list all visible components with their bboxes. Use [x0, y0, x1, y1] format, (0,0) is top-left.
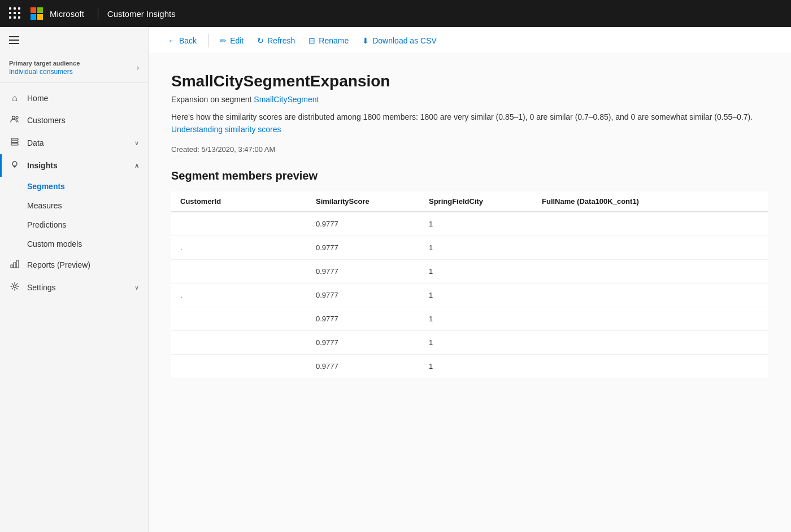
- download-icon: ⬇: [362, 36, 369, 45]
- brand-name: Microsoft: [50, 9, 84, 19]
- svg-point-1: [16, 116, 18, 119]
- sidebar-nav: ⌂ Home Customers: [0, 83, 148, 532]
- app-launcher-icon[interactable]: [9, 7, 21, 20]
- col-header-city: SpringFieldCity: [420, 191, 533, 212]
- cell-city: 1: [420, 307, 533, 330]
- main-layout: Primary target audience Individual consu…: [0, 27, 791, 532]
- audience-selector[interactable]: Primary target audience Individual consu…: [0, 53, 148, 83]
- svg-rect-8: [16, 260, 19, 268]
- cell-customerid: .: [171, 236, 307, 259]
- expansion-subtitle: Expansion on segment SmallCitySegment: [171, 95, 768, 104]
- sidebar-item-data[interactable]: Data ∨: [0, 132, 148, 154]
- similarity-scores-link[interactable]: Understanding similarity scores: [171, 125, 281, 134]
- cell-score: 0.9777: [307, 259, 420, 283]
- expansion-segment-link[interactable]: SmallCitySegment: [254, 95, 319, 104]
- cell-score: 0.9777: [307, 307, 420, 330]
- sidebar-item-insights[interactable]: Insights ∧: [0, 154, 148, 177]
- settings-icon: [9, 282, 20, 293]
- sidebar-item-predictions[interactable]: Predictions: [0, 215, 148, 234]
- cell-city: 1: [420, 259, 533, 283]
- edit-icon: ✏: [220, 36, 227, 45]
- sidebar-item-settings[interactable]: Settings ∨: [0, 276, 148, 299]
- members-table: CustomerId SimilarityScore SpringFieldCi…: [171, 191, 768, 378]
- sidebar-item-measures[interactable]: Measures: [0, 196, 148, 215]
- toolbar-divider: [208, 34, 208, 47]
- sidebar-item-reports[interactable]: Reports (Preview): [0, 254, 148, 276]
- cell-customerid: [171, 354, 307, 378]
- sidebar-item-segments[interactable]: Segments: [0, 177, 148, 196]
- svg-rect-2: [11, 138, 18, 140]
- col-header-fullname: FullName (Data100K_cont1): [533, 191, 768, 212]
- cell-fullname: [533, 283, 768, 307]
- insights-chevron-up-icon: ∧: [134, 162, 139, 169]
- cell-fullname: [533, 354, 768, 378]
- back-icon: ←: [168, 36, 176, 45]
- description-main: Here's how the similarity scores are dis…: [171, 112, 753, 121]
- topbar-divider: [98, 7, 98, 20]
- cell-city: 1: [420, 283, 533, 307]
- back-button[interactable]: ← Back: [162, 33, 202, 49]
- cell-fullname: [533, 212, 768, 236]
- table-row: 0.9777 1: [171, 354, 768, 378]
- cell-fullname: [533, 236, 768, 259]
- customers-icon: [9, 115, 20, 126]
- refresh-button[interactable]: ↻ Refresh: [251, 33, 301, 49]
- description-text: Here's how the similarity scores are dis…: [171, 111, 768, 136]
- cell-customerid: [171, 307, 307, 330]
- cell-fullname: [533, 330, 768, 354]
- audience-value: Individual consumers: [9, 68, 80, 76]
- sidebar-item-customers-label: Customers: [27, 116, 66, 125]
- sidebar-item-custom-models-label: Custom models: [27, 239, 82, 248]
- expansion-prefix: Expansion on segment: [171, 95, 251, 104]
- svg-rect-4: [11, 143, 18, 145]
- data-chevron-down-icon: ∨: [134, 139, 139, 147]
- table-row: . 0.9777 1: [171, 283, 768, 307]
- table-row: 0.9777 1: [171, 259, 768, 283]
- cell-score: 0.9777: [307, 212, 420, 236]
- cell-customerid: [171, 330, 307, 354]
- hamburger-icon: [9, 36, 139, 44]
- rename-button[interactable]: ⊟ Rename: [303, 33, 354, 49]
- sidebar-item-home-label: Home: [27, 94, 48, 103]
- cell-city: 1: [420, 212, 533, 236]
- edit-button[interactable]: ✏ Edit: [214, 33, 249, 49]
- sidebar-item-data-label: Data: [27, 138, 44, 147]
- cell-fullname: [533, 259, 768, 283]
- col-header-score: SimilarityScore: [307, 191, 420, 212]
- download-csv-button[interactable]: ⬇ Download as CSV: [357, 33, 442, 49]
- svg-point-5: [12, 162, 17, 166]
- page-content: SmallCitySegmentExpansion Expansion on s…: [149, 54, 791, 532]
- sidebar-item-predictions-label: Predictions: [27, 220, 66, 229]
- reports-icon: [9, 259, 20, 271]
- section-title: Segment members preview: [171, 169, 768, 182]
- sidebar-item-insights-label: Insights: [27, 161, 58, 170]
- sidebar-item-custom-models[interactable]: Custom models: [0, 234, 148, 254]
- toolbar: ← Back ✏ Edit ↻ Refresh ⊟ Rename ⬇ Downl…: [149, 27, 791, 54]
- cell-fullname: [533, 307, 768, 330]
- cell-score: 0.9777: [307, 283, 420, 307]
- edit-label: Edit: [230, 36, 244, 45]
- created-date: Created: 5/13/2020, 3:47:00 AM: [171, 145, 768, 154]
- back-label: Back: [179, 36, 197, 45]
- cell-city: 1: [420, 236, 533, 259]
- page-title: SmallCitySegmentExpansion: [171, 72, 768, 90]
- cell-score: 0.9777: [307, 330, 420, 354]
- sidebar-toggle-button[interactable]: [0, 27, 148, 53]
- app-title: Customer Insights: [107, 9, 176, 19]
- sidebar-item-home[interactable]: ⌂ Home: [0, 88, 148, 109]
- table-row: 0.9777 1: [171, 212, 768, 236]
- cell-score: 0.9777: [307, 236, 420, 259]
- home-icon: ⌂: [9, 93, 20, 103]
- refresh-label: Refresh: [267, 36, 295, 45]
- cell-city: 1: [420, 354, 533, 378]
- rename-label: Rename: [319, 36, 349, 45]
- cell-city: 1: [420, 330, 533, 354]
- sidebar-item-customers[interactable]: Customers: [0, 109, 148, 132]
- topbar: Microsoft Customer Insights: [0, 0, 791, 27]
- svg-point-9: [14, 285, 16, 288]
- svg-rect-6: [11, 265, 13, 268]
- cell-customerid: [171, 259, 307, 283]
- svg-rect-7: [14, 263, 16, 268]
- table-row: . 0.9777 1: [171, 236, 768, 259]
- download-label: Download as CSV: [372, 36, 437, 45]
